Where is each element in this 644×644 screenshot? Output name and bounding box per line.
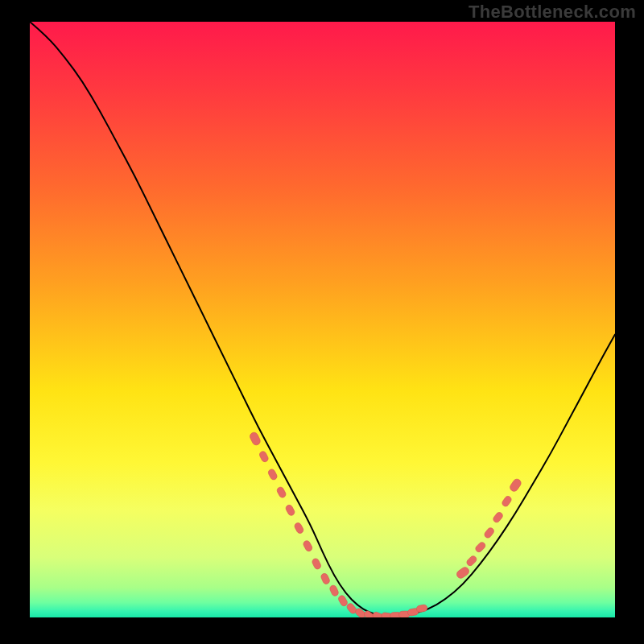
gradient-background (30, 22, 615, 617)
watermark-text: TheBottleneck.com (469, 2, 636, 23)
bottleneck-curve-chart (0, 0, 644, 644)
chart-frame: TheBottleneck.com (0, 0, 644, 644)
